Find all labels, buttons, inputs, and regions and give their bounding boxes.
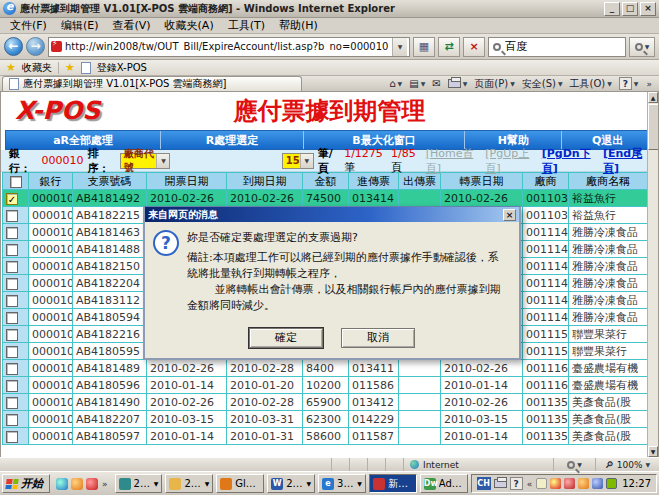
refresh-button[interactable]: ⇄	[438, 37, 460, 57]
qq-icon[interactable]	[86, 478, 98, 490]
tray-messenger-icon[interactable]	[592, 478, 603, 489]
address-url[interactable]: http://win2008/tw/OUT_Bill/ExpireAccount…	[65, 41, 389, 52]
row-checkbox[interactable]: ✓	[6, 193, 18, 205]
taskbar-button-remote-desktop[interactable]: 2 Rem...▼	[115, 474, 163, 493]
favorite-link[interactable]: 登錄X-POS	[97, 61, 147, 75]
tray-chevron[interactable]: «	[526, 479, 534, 489]
scrollbar-thumb[interactable]	[648, 104, 659, 150]
tray-qq2-icon[interactable]	[564, 478, 575, 489]
column-header-2[interactable]: 開票日期	[147, 173, 227, 190]
taskbar-group-dropdown[interactable]: ▼	[306, 480, 311, 487]
minimize-button[interactable]: _	[604, 2, 620, 16]
row-checkbox[interactable]	[6, 431, 18, 443]
add-favorite-icon[interactable]: ★	[65, 61, 75, 74]
scroll-down-arrow[interactable]: ▼	[648, 446, 658, 457]
messenger-icon[interactable]	[56, 478, 68, 490]
row-checkbox[interactable]	[6, 261, 18, 273]
table-row[interactable]: ✓000010AB41814922010-02-262010-02-267450…	[3, 190, 648, 207]
start-button[interactable]: 开始	[2, 474, 50, 493]
table-row[interactable]: 000010AB41814892010-02-262010-02-2884000…	[3, 360, 648, 377]
dialog-close-icon[interactable]: ×	[503, 209, 516, 221]
feeds-button[interactable]: ▤▼	[409, 78, 425, 89]
row-checkbox[interactable]	[6, 210, 18, 222]
search-go-button[interactable]: ▼	[629, 37, 655, 57]
address-dropdown[interactable]: ▼	[392, 38, 407, 56]
tray-calendar-icon[interactable]	[606, 478, 617, 489]
menu-item-0[interactable]: 文件(F)	[4, 17, 53, 34]
browser-tab[interactable]: 應付票據到期管理 V1.01[X-POS 雲端商務網]	[2, 76, 302, 91]
row-checkbox[interactable]	[6, 329, 18, 341]
favorites-label[interactable]: 收藏夹	[22, 61, 52, 75]
tray-qq-icon[interactable]	[550, 478, 561, 489]
cancel-button[interactable]: 取消	[341, 328, 415, 348]
taskbar-group-dropdown[interactable]: ▼	[154, 480, 159, 487]
sort-select[interactable]: 廠商代號 ▼	[120, 153, 171, 169]
action-menu-item-1[interactable]: R處理選定	[161, 131, 303, 149]
maximize-button[interactable]: □	[622, 2, 638, 16]
tools-menu-button[interactable]: 工具(O)▼	[570, 77, 612, 91]
protected-mode-button[interactable]: ▼	[553, 458, 595, 471]
search-input[interactable]: 百度	[488, 37, 626, 57]
column-header-3[interactable]: 到期日期	[227, 173, 303, 190]
taskbar-button-dreamweaver[interactable]: DwAdobe ...	[420, 474, 468, 493]
print-button[interactable]: ▼	[448, 79, 468, 88]
taskbar-button-globe-app[interactable]: Global...	[216, 474, 264, 493]
close-button[interactable]: ×	[640, 2, 656, 16]
column-header-6[interactable]: 出傳票	[399, 173, 441, 190]
row-checkbox[interactable]	[6, 278, 18, 290]
tray-help-icon[interactable]: ?	[510, 477, 523, 490]
taskbar-button-uc-messenger[interactable]: 新浪UC	[369, 474, 417, 493]
menu-item-4[interactable]: 工具(T)	[222, 17, 271, 34]
uc-icon[interactable]	[71, 478, 83, 490]
table-row[interactable]: 000010AB41805972010-01-142010-01-3158600…	[3, 428, 648, 445]
column-header-5[interactable]: 進傳票	[349, 173, 399, 190]
taskbar-button-folder[interactable]: 2 Win...▼	[165, 474, 213, 493]
language-indicator[interactable]: CH	[477, 477, 491, 490]
security-menu-button[interactable]: 安全(S)▼	[522, 77, 563, 91]
menu-item-5[interactable]: 帮助(H)	[273, 17, 324, 34]
row-checkbox[interactable]	[6, 295, 18, 307]
mail-button[interactable]: ✉	[432, 78, 440, 89]
ok-button[interactable]: 確定	[249, 328, 323, 348]
quick-launch-chevron[interactable]: »	[101, 479, 109, 489]
taskbar-button-internet-explorer[interactable]: e3 Int...▼	[318, 474, 366, 493]
table-row[interactable]: 000010AB41814902010-02-262010-02-2865900…	[3, 394, 648, 411]
taskbar-group-dropdown[interactable]: ▼	[357, 480, 362, 487]
command-overflow-chevron[interactable]: »	[645, 79, 653, 89]
help-button[interactable]: ?▼	[619, 77, 639, 90]
page-nav-link-3[interactable]: [End尾頁]	[603, 146, 650, 176]
menu-item-3[interactable]: 收藏夹(A)	[159, 17, 220, 34]
page-menu-button[interactable]: 页面(P)▼	[474, 77, 514, 91]
page-nav-link-2[interactable]: [PgDn下頁]	[542, 146, 597, 176]
tray-notepad-icon[interactable]	[536, 478, 547, 489]
page-size-arrow[interactable]: ▼	[300, 154, 313, 168]
row-checkbox[interactable]	[6, 227, 18, 239]
page-size-select[interactable]: 15 ▼	[282, 153, 314, 169]
row-checkbox[interactable]	[6, 397, 18, 409]
zoom-control[interactable]: 🔎︎ 100% ▼	[595, 458, 659, 471]
tray-printer-icon[interactable]	[494, 479, 507, 488]
row-checkbox[interactable]	[6, 380, 18, 392]
taskbar-group-dropdown[interactable]: ▼	[205, 480, 210, 487]
tray-uc-icon[interactable]	[578, 478, 589, 489]
vertical-scrollbar[interactable]: ▲ ▼	[647, 92, 658, 457]
table-row[interactable]: 000010AB41805962010-01-142010-01-2010200…	[3, 377, 648, 394]
select-all-checkbox[interactable]	[10, 176, 22, 188]
forward-button[interactable]: →	[26, 37, 45, 56]
table-row[interactable]: 000010AB41822072010-03-152010-03-3162300…	[3, 411, 648, 428]
column-header-1[interactable]: 支票號碼	[73, 173, 147, 190]
back-button[interactable]: ←	[4, 37, 23, 56]
menu-item-1[interactable]: 编辑(E)	[55, 17, 105, 34]
row-checkbox[interactable]	[6, 363, 18, 375]
taskbar-button-word[interactable]: W2 Mic...▼	[267, 474, 315, 493]
compatibility-view-button[interactable]: ▦	[413, 37, 435, 57]
row-checkbox[interactable]	[6, 346, 18, 358]
stop-button[interactable]: ×	[463, 37, 485, 57]
sort-select-arrow[interactable]: ▼	[156, 154, 169, 168]
address-field[interactable]: http://win2008/tw/OUT_Bill/ExpireAccount…	[48, 37, 410, 57]
menu-item-2[interactable]: 查看(V)	[106, 17, 156, 34]
row-checkbox[interactable]	[6, 414, 18, 426]
column-header-4[interactable]: 金額	[303, 173, 349, 190]
scroll-up-arrow[interactable]: ▲	[648, 92, 658, 103]
row-checkbox[interactable]	[6, 244, 18, 256]
